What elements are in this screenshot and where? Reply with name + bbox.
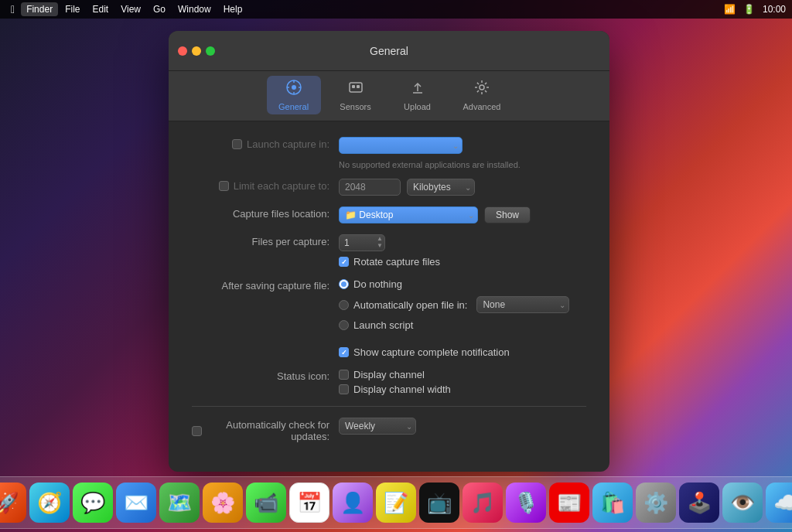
dock: 🖥️ 🚀 🧭 💬 ✉️ 🗺️ 🌸 📹 📅 👤 📝 📺 🎵 🎙️ 📰 🛍 bbox=[0, 476, 792, 529]
dock-appletv[interactable]: 📺 bbox=[419, 483, 459, 523]
radio-auto-open-label: Automatically open file in: bbox=[353, 299, 467, 311]
tab-advanced-label: Advanced bbox=[463, 102, 501, 111]
limit-capture-unit[interactable]: Kilobytes Megabytes bbox=[407, 179, 475, 196]
advanced-icon bbox=[473, 79, 490, 100]
radio-do-nothing-label: Do nothing bbox=[353, 278, 402, 290]
tab-advanced[interactable]: Advanced bbox=[452, 76, 512, 114]
wifi-icon[interactable]: 📶 bbox=[724, 4, 736, 15]
radio-auto-open-btn[interactable] bbox=[339, 300, 349, 310]
launch-capture-hint: No supported external applications are i… bbox=[339, 160, 521, 169]
notification-wrap[interactable]: Show capture complete notification bbox=[339, 346, 510, 358]
menubar:  Finder File Edit View Go Window Help 📶… bbox=[0, 0, 792, 19]
files-per-capture-spinner[interactable]: 1 ▲ ▼ bbox=[339, 234, 385, 251]
dock-notes[interactable]: 📝 bbox=[376, 483, 416, 523]
launch-capture-text: Launch capture in: bbox=[247, 138, 329, 150]
capture-location-label: Capture files location: bbox=[192, 206, 339, 220]
spinner-arrows[interactable]: ▲ ▼ bbox=[377, 236, 383, 250]
capture-location-control: 📁 Desktop Show bbox=[339, 206, 586, 223]
auto-update-row: Automatically check for updates: Weekly … bbox=[192, 418, 586, 442]
menu-go[interactable]: Go bbox=[148, 2, 171, 16]
display-channel-width-wrap[interactable]: Display channel width bbox=[339, 384, 451, 395]
radio-do-nothing-btn[interactable] bbox=[339, 279, 349, 289]
tab-general-label: General bbox=[278, 102, 309, 111]
radio-do-nothing[interactable]: Do nothing bbox=[339, 278, 402, 290]
limit-capture-input[interactable] bbox=[339, 179, 401, 196]
files-per-capture-label: Files per capture: bbox=[192, 234, 339, 247]
capture-location-row: Capture files location: 📁 Desktop Show bbox=[192, 206, 586, 223]
display-channel-wrap[interactable]: Display channel bbox=[339, 369, 425, 380]
menu-view[interactable]: View bbox=[115, 2, 146, 16]
menu-window[interactable]: Window bbox=[172, 2, 217, 16]
capture-location-dropdown[interactable]: 📁 Desktop bbox=[339, 206, 478, 223]
radio-launch-script-btn[interactable] bbox=[339, 320, 349, 330]
dock-music[interactable]: 🎵 bbox=[463, 483, 503, 523]
dock-calendar[interactable]: 📅 bbox=[289, 483, 329, 523]
window-controls bbox=[178, 46, 215, 56]
auto-update-checkbox[interactable] bbox=[192, 426, 202, 436]
status-icon-control: Display channel Display channel width bbox=[339, 369, 586, 395]
battery-icon: 🔋 bbox=[743, 4, 755, 15]
dock-launchpad[interactable]: 🚀 bbox=[0, 483, 26, 523]
dock-arcade[interactable]: 🕹️ bbox=[679, 483, 719, 523]
close-button[interactable] bbox=[178, 46, 187, 56]
display-channel-width-checkbox[interactable] bbox=[339, 384, 349, 394]
auto-open-dropdown[interactable]: None bbox=[476, 296, 569, 313]
limit-capture-text: Limit each capture to: bbox=[234, 180, 329, 192]
menu-edit[interactable]: Edit bbox=[87, 2, 114, 16]
show-button[interactable]: Show bbox=[484, 206, 531, 223]
sensors-icon bbox=[347, 79, 364, 100]
update-frequency-dropdown[interactable]: Weekly Daily Monthly bbox=[339, 418, 416, 435]
dock-safari[interactable]: 🧭 bbox=[29, 483, 70, 523]
auto-open-dropdown-wrap: None bbox=[476, 296, 569, 313]
maximize-button[interactable] bbox=[206, 46, 215, 56]
dock-messages[interactable]: 💬 bbox=[73, 483, 113, 523]
after-saving-control: Do nothing Automatically open file in: N… bbox=[339, 278, 586, 336]
after-saving-label: After saving capture file: bbox=[192, 278, 339, 292]
minimize-button[interactable] bbox=[192, 46, 201, 56]
display-channel-checkbox[interactable] bbox=[339, 370, 349, 380]
radio-launch-script[interactable]: Launch script bbox=[339, 319, 413, 331]
tab-general[interactable]: General bbox=[267, 76, 321, 114]
dock-photos[interactable]: 🌸 bbox=[203, 483, 243, 523]
svg-point-10 bbox=[480, 85, 484, 90]
auto-update-label-wrap: Automatically check for updates: bbox=[192, 418, 339, 442]
dock-contacts[interactable]: 👤 bbox=[333, 483, 373, 523]
update-frequency-wrap: Weekly Daily Monthly bbox=[339, 418, 416, 435]
svg-rect-8 bbox=[357, 85, 360, 88]
menu-finder[interactable]: Finder bbox=[21, 2, 58, 16]
tab-upload[interactable]: Upload bbox=[391, 76, 445, 114]
launch-capture-checkbox[interactable] bbox=[232, 139, 242, 149]
dock-preview[interactable]: 👁️ bbox=[722, 483, 763, 523]
notification-label: Show capture complete notification bbox=[353, 346, 510, 358]
settings-content: Launch capture in: No supported external… bbox=[169, 121, 609, 472]
dock-mail[interactable]: ✉️ bbox=[116, 483, 156, 523]
rotate-files-wrap[interactable]: Rotate capture files bbox=[339, 256, 440, 268]
radio-launch-script-label: Launch script bbox=[353, 319, 413, 331]
menu-file[interactable]: File bbox=[60, 2, 85, 16]
apple-menu[interactable]:  bbox=[6, 3, 19, 15]
dock-news[interactable]: 📰 bbox=[549, 483, 589, 523]
toolbar: General Sensors Upload bbox=[169, 71, 609, 121]
dock-maps[interactable]: 🗺️ bbox=[159, 483, 200, 523]
rotate-files-checkbox[interactable] bbox=[339, 257, 349, 267]
launch-capture-label: Launch capture in: bbox=[192, 137, 339, 150]
dock-icloud[interactable]: ☁️ bbox=[766, 483, 792, 523]
notification-checkbox[interactable] bbox=[339, 347, 349, 357]
launch-capture-dropdown[interactable] bbox=[339, 137, 463, 154]
files-per-capture-value: 1 bbox=[344, 237, 350, 248]
window-title: General bbox=[370, 45, 408, 57]
menu-help[interactable]: Help bbox=[218, 2, 248, 16]
spinner-down[interactable]: ▼ bbox=[377, 243, 383, 250]
tab-sensors[interactable]: Sensors bbox=[329, 76, 383, 114]
dock-syspref[interactable]: ⚙️ bbox=[636, 483, 676, 523]
dock-appstore[interactable]: 🛍️ bbox=[592, 483, 633, 523]
dock-podcasts[interactable]: 🎙️ bbox=[506, 483, 546, 523]
titlebar: General bbox=[169, 31, 609, 71]
dock-facetime[interactable]: 📹 bbox=[246, 483, 286, 523]
limit-capture-checkbox[interactable] bbox=[219, 181, 229, 191]
divider bbox=[192, 406, 586, 407]
svg-rect-7 bbox=[352, 85, 355, 88]
tab-sensors-label: Sensors bbox=[340, 102, 370, 111]
radio-auto-open[interactable]: Automatically open file in: None bbox=[339, 296, 569, 313]
rotate-files-label: Rotate capture files bbox=[353, 256, 440, 268]
